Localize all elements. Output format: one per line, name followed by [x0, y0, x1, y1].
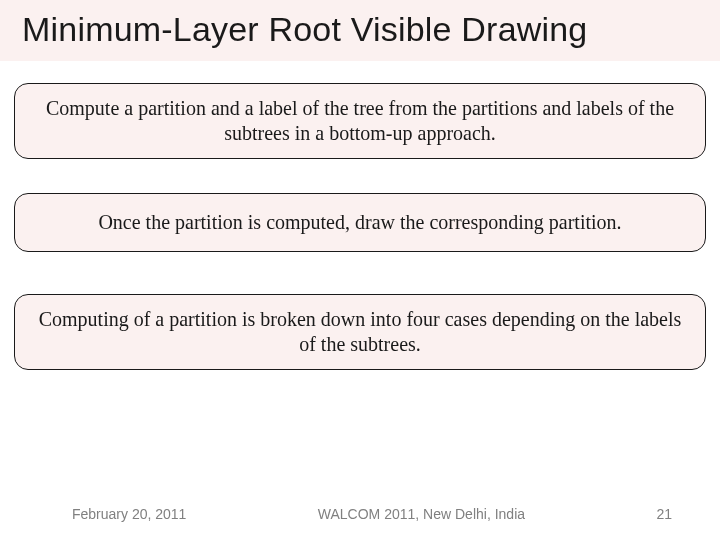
slide-title: Minimum-Layer Root Visible Drawing [22, 10, 720, 49]
content-text-1: Compute a partition and a label of the t… [33, 96, 687, 146]
footer-date: February 20, 2011 [72, 506, 186, 522]
content-box-2: Once the partition is computed, draw the… [14, 193, 706, 252]
footer-venue: WALCOM 2011, New Delhi, India [318, 506, 525, 522]
content-text-3: Computing of a partition is broken down … [33, 307, 687, 357]
title-bar: Minimum-Layer Root Visible Drawing [0, 0, 720, 61]
footer: February 20, 2011 WALCOM 2011, New Delhi… [0, 506, 720, 522]
content-text-2: Once the partition is computed, draw the… [33, 210, 687, 235]
content-box-1: Compute a partition and a label of the t… [14, 83, 706, 159]
footer-page: 21 [656, 506, 672, 522]
content-box-3: Computing of a partition is broken down … [14, 294, 706, 370]
content-area: Compute a partition and a label of the t… [0, 83, 720, 370]
